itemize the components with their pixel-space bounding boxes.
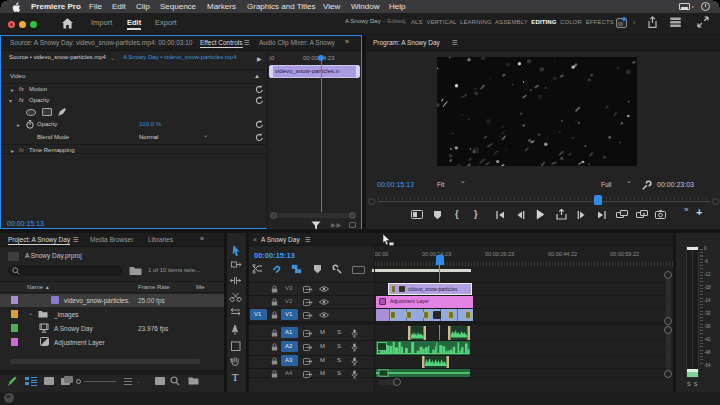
svg-text:T: T — [232, 371, 239, 383]
